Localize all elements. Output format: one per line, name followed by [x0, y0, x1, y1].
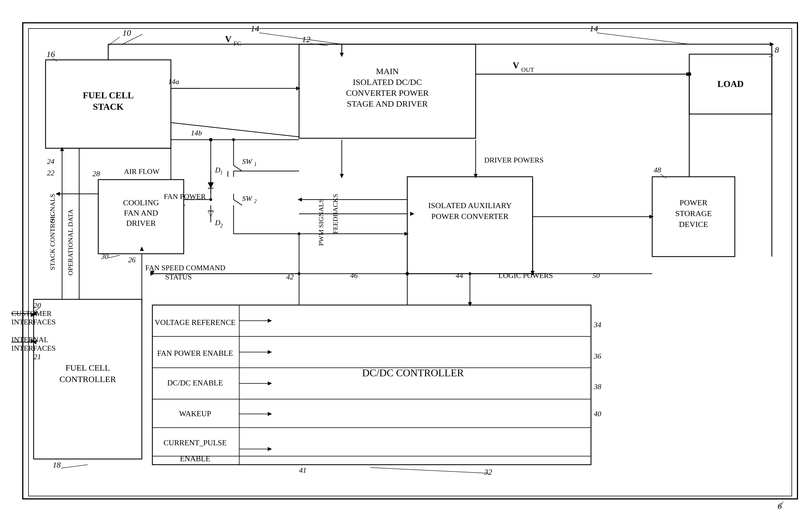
svg-point-183: [232, 138, 235, 141]
svg-text:STORAGE: STORAGE: [675, 209, 712, 218]
svg-text:PWM SIGNALS: PWM SIGNALS: [317, 199, 325, 246]
svg-text:FUEL CELL: FUEL CELL: [83, 90, 134, 100]
svg-line-170: [370, 467, 489, 473]
svg-text:ISOLATED DC/DC: ISOLATED DC/DC: [353, 77, 422, 87]
svg-text:34: 34: [593, 321, 601, 329]
svg-text:12: 12: [302, 34, 311, 44]
svg-line-154: [660, 174, 666, 178]
svg-text:FC: FC: [234, 40, 241, 47]
svg-line-116: [597, 33, 689, 44]
svg-point-196: [298, 272, 300, 275]
svg-text:22: 22: [47, 169, 54, 177]
svg-line-114: [259, 33, 342, 44]
svg-text:MAIN: MAIN: [376, 66, 399, 76]
svg-text:OPERATIONAL DATA: OPERATIONAL DATA: [67, 209, 74, 275]
svg-point-190: [531, 272, 534, 275]
svg-text:SIGNALS: SIGNALS: [49, 194, 56, 222]
svg-rect-1: [28, 28, 792, 496]
svg-text:46: 46: [350, 271, 358, 280]
svg-text:14b: 14b: [191, 129, 202, 137]
svg-text:1: 1: [220, 170, 223, 175]
svg-marker-186: [404, 232, 409, 236]
svg-text:FEEDBACKS: FEEDBACKS: [331, 194, 339, 234]
svg-line-168: [61, 465, 88, 468]
svg-point-195: [298, 233, 300, 235]
svg-text:LOGIC POWERS: LOGIC POWERS: [498, 271, 553, 280]
svg-text:STACK: STACK: [93, 102, 124, 112]
svg-text:INTERFACES: INTERFACES: [11, 344, 56, 352]
svg-marker-40: [268, 319, 272, 323]
svg-text:40: 40: [594, 410, 601, 418]
diagram-container: FUEL CELL STACK MAIN ISOLATED DC/DC CONV…: [0, 0, 812, 518]
svg-text:DC/DC ENABLE: DC/DC ENABLE: [167, 379, 223, 387]
svg-line-144: [108, 255, 120, 258]
svg-text:INTERNAL: INTERNAL: [11, 335, 49, 344]
svg-text:42: 42: [286, 273, 294, 281]
svg-text:DEVICE: DEVICE: [679, 220, 708, 229]
svg-text:LOAD: LOAD: [718, 79, 744, 89]
svg-text:FUEL CELL: FUEL CELL: [65, 363, 110, 372]
svg-marker-56: [296, 86, 300, 90]
svg-text:INTERFACES: INTERFACES: [11, 318, 56, 326]
svg-text:30: 30: [101, 252, 109, 261]
svg-text:FAN SPEED COMMAND: FAN SPEED COMMAND: [145, 264, 225, 272]
svg-text:14: 14: [589, 24, 598, 33]
svg-text:14: 14: [251, 24, 259, 33]
svg-text:WAKEUP: WAKEUP: [179, 409, 211, 418]
svg-line-57: [171, 122, 299, 137]
svg-text:V: V: [513, 60, 519, 71]
svg-text:DRIVER POWERS: DRIVER POWERS: [484, 156, 544, 164]
svg-marker-85: [410, 212, 414, 216]
svg-text:21: 21: [34, 353, 41, 361]
svg-text:AIR FLOW: AIR FLOW: [124, 167, 160, 175]
svg-text:COOLING: COOLING: [123, 198, 159, 207]
svg-text:CONTROLLER: CONTROLLER: [60, 374, 116, 384]
svg-text:24: 24: [47, 157, 54, 166]
svg-marker-70: [60, 147, 64, 151]
svg-text:STAGE AND DRIVER: STAGE AND DRIVER: [347, 99, 428, 108]
svg-text:44: 44: [456, 271, 463, 280]
svg-text:CURRENT_PULSE: CURRENT_PULSE: [164, 438, 227, 447]
svg-line-96: [234, 165, 242, 171]
svg-text:DC/DC CONTROLLER: DC/DC CONTROLLER: [362, 367, 464, 379]
svg-text:FAN POWER ENABLE: FAN POWER ENABLE: [157, 349, 233, 357]
svg-text:D: D: [215, 166, 221, 174]
svg-point-104: [209, 138, 212, 141]
svg-text:32: 32: [484, 467, 492, 476]
svg-text:SW: SW: [242, 157, 253, 166]
svg-text:STATUS: STATUS: [165, 273, 192, 281]
svg-text:36: 36: [593, 352, 601, 360]
svg-marker-83: [298, 197, 302, 201]
svg-text:ENABLE: ENABLE: [180, 455, 210, 463]
svg-marker-42: [268, 350, 272, 354]
svg-point-199: [468, 272, 471, 275]
svg-text:ISOLATED AUXILIARY: ISOLATED AUXILIARY: [428, 201, 512, 210]
svg-text:38: 38: [593, 383, 601, 391]
svg-marker-81: [474, 174, 477, 178]
svg-text:1: 1: [254, 161, 257, 167]
svg-text:POWER: POWER: [679, 198, 707, 207]
svg-text:DRIVER: DRIVER: [126, 219, 156, 227]
svg-text:28: 28: [93, 170, 100, 178]
svg-text:8: 8: [775, 45, 779, 54]
svg-text:18: 18: [53, 460, 61, 469]
svg-text:48: 48: [654, 166, 661, 174]
svg-marker-73: [140, 247, 144, 251]
svg-point-181: [209, 198, 212, 201]
svg-point-62: [687, 72, 691, 76]
svg-text:V: V: [225, 34, 232, 44]
svg-rect-16: [407, 177, 532, 274]
svg-marker-46: [268, 412, 272, 416]
svg-line-99: [234, 199, 242, 205]
svg-text:50: 50: [592, 271, 600, 280]
svg-marker-44: [268, 381, 272, 385]
svg-text:FAN AND: FAN AND: [124, 209, 158, 217]
svg-text:POWER CONVERTER: POWER CONVERTER: [431, 212, 509, 221]
svg-text:20: 20: [34, 301, 41, 309]
svg-line-120: [769, 55, 773, 57]
svg-text:10: 10: [122, 28, 131, 37]
svg-marker-200: [468, 302, 472, 306]
svg-text:VOLTAGE REFERENCE: VOLTAGE REFERENCE: [155, 318, 235, 327]
svg-marker-87: [649, 215, 654, 219]
svg-text:2: 2: [220, 223, 223, 229]
